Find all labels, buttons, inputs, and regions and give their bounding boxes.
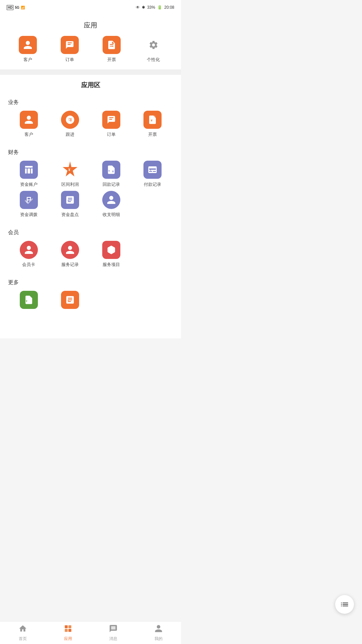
status-right: 👁 ✱ 33% 🔋 20:08 (136, 5, 174, 10)
mem-card-label: 会员卡 (22, 262, 35, 268)
fin-profit-icon: ¥ (61, 161, 79, 179)
signal-4g: 📶 (21, 6, 25, 9)
biz-order-icon (102, 111, 120, 129)
biz-invoice-label: 开票 (148, 131, 157, 138)
mem-card[interactable]: 会员卡 (8, 241, 49, 268)
fin-profit[interactable]: ¥ 区间利润 (49, 161, 90, 187)
svg-text:¥: ¥ (151, 119, 153, 122)
category-more-label: 更多 (8, 276, 173, 291)
finance-icon-grid: 资金账户 ¥ 区间利润 ¥ 回款记录 ¥ (8, 161, 173, 218)
mem-service-item[interactable]: 服务项目 (90, 241, 132, 268)
signal-hd: HD (7, 5, 13, 10)
biz-customer-icon (20, 111, 38, 129)
fin-detail[interactable]: 收支明细 (90, 191, 132, 218)
invoice-icon-top: ¥ (103, 36, 121, 54)
top-item-order-label: 订单 (65, 57, 74, 63)
svg-text:2: 2 (68, 118, 70, 122)
fin-account[interactable]: 资金账户 (8, 161, 49, 187)
top-item-invoice-label: 开票 (107, 57, 116, 63)
fin-transfer-label: 资金调拨 (20, 212, 38, 218)
category-business: 业务 客户 2 跟进 订单 (0, 93, 181, 138)
biz-customer-label: 客户 (24, 131, 33, 138)
category-member: 会员 会员卡 服务记录 服务项目 (0, 223, 181, 268)
top-item-order[interactable]: 订单 (56, 36, 83, 63)
biz-follow[interactable]: 2 跟进 (49, 111, 90, 138)
fin-audit[interactable]: ¥ 资金盘点 (49, 191, 90, 218)
top-item-customer-label: 客户 (23, 57, 32, 63)
mem-service-item-label: 服务项目 (103, 262, 120, 268)
biz-follow-label: 跟进 (66, 131, 74, 138)
battery-icon: 🔋 (157, 5, 162, 10)
fin-audit-icon: ¥ (61, 191, 79, 209)
mem-service-record[interactable]: 服务记录 (49, 241, 90, 268)
fin-receipt-label: 回款记录 (103, 181, 120, 187)
business-icon-grid: 客户 2 跟进 订单 ¥ 开票 (8, 111, 173, 138)
eye-icon: 👁 (136, 5, 140, 10)
fin-detail-icon (102, 191, 120, 209)
more-item-2[interactable]: ¥ (49, 291, 90, 312)
mem-card-icon (20, 241, 38, 259)
svg-text:¥: ¥ (68, 168, 70, 172)
biz-invoice-icon: ¥ (143, 111, 162, 129)
section-divider (0, 69, 181, 75)
more-icon-2: ¥ (61, 291, 79, 309)
biz-invoice[interactable]: ¥ 开票 (132, 111, 173, 138)
fin-account-label: 资金账户 (20, 181, 38, 187)
biz-order-label: 订单 (107, 131, 116, 138)
category-finance: 财务 资金账户 ¥ 区间利润 ¥ (0, 143, 181, 218)
mem-service-item-icon (102, 241, 120, 259)
bluetooth-icon: ✱ (142, 5, 145, 10)
top-item-personalize[interactable]: 个性化 (140, 36, 167, 63)
fin-receipt[interactable]: ¥ 回款记录 (90, 161, 132, 187)
top-item-customer[interactable]: 客户 (14, 36, 41, 63)
zone-title: 应用区 (0, 75, 181, 93)
mem-empty (132, 241, 173, 268)
category-finance-label: 财务 (8, 146, 173, 161)
svg-text:¥: ¥ (67, 199, 69, 202)
top-icon-grid: 客户 订单 ¥ 开票 个性化 (0, 36, 181, 63)
more-item-1[interactable]: ¥ (8, 291, 49, 312)
fin-profit-label: 区间利润 (61, 181, 79, 187)
top-section: 应用 客户 订单 ¥ 开票 个性化 (0, 15, 181, 69)
fin-transfer-icon (20, 191, 38, 209)
fin-payment[interactable]: ¥ 付款记录 (132, 161, 173, 187)
fin-audit-label: 资金盘点 (61, 212, 79, 218)
top-title: 应用 (0, 18, 181, 36)
category-business-label: 业务 (8, 96, 173, 111)
status-bar: HD 5G 📶 👁 ✱ 33% 🔋 20:08 (0, 0, 181, 15)
app-zone: 应用区 业务 客户 2 跟进 订单 (0, 75, 181, 338)
top-item-personalize-label: 个性化 (147, 57, 160, 63)
biz-customer[interactable]: 客户 (8, 111, 49, 138)
category-member-label: 会员 (8, 226, 173, 241)
fin-transfer[interactable]: 资金调拨 (8, 191, 49, 218)
more-icon-grid: ¥ ¥ (8, 291, 173, 312)
member-icon-grid: 会员卡 服务记录 服务项目 (8, 241, 173, 268)
time-text: 20:08 (164, 5, 174, 10)
fin-empty (132, 191, 173, 218)
biz-order[interactable]: 订单 (90, 111, 132, 138)
status-left: HD 5G 📶 (7, 5, 25, 10)
biz-follow-icon: 2 (61, 111, 79, 129)
mem-empty-space (143, 241, 162, 259)
signal-5g: 5G (15, 6, 19, 9)
mem-service-record-label: 服务记录 (61, 262, 79, 268)
battery-text: 33% (147, 5, 155, 10)
fin-empty-space (143, 191, 162, 209)
mem-service-record-icon (61, 241, 79, 259)
fin-receipt-icon: ¥ (102, 161, 120, 179)
category-more: 更多 ¥ ¥ (0, 273, 181, 312)
customer-icon-top (19, 36, 37, 54)
fin-payment-icon: ¥ (143, 161, 162, 179)
top-item-invoice[interactable]: ¥ 开票 (98, 36, 125, 63)
svg-text:¥: ¥ (150, 169, 151, 171)
settings-icon-top (144, 36, 163, 54)
more-icon-1: ¥ (20, 291, 38, 309)
fin-payment-label: 付款记录 (144, 181, 161, 187)
order-icon-top (61, 36, 79, 54)
svg-text:¥: ¥ (110, 45, 112, 47)
fin-detail-label: 收支明细 (103, 212, 120, 218)
fin-account-icon (20, 161, 38, 179)
svg-text:¥: ¥ (67, 299, 69, 302)
